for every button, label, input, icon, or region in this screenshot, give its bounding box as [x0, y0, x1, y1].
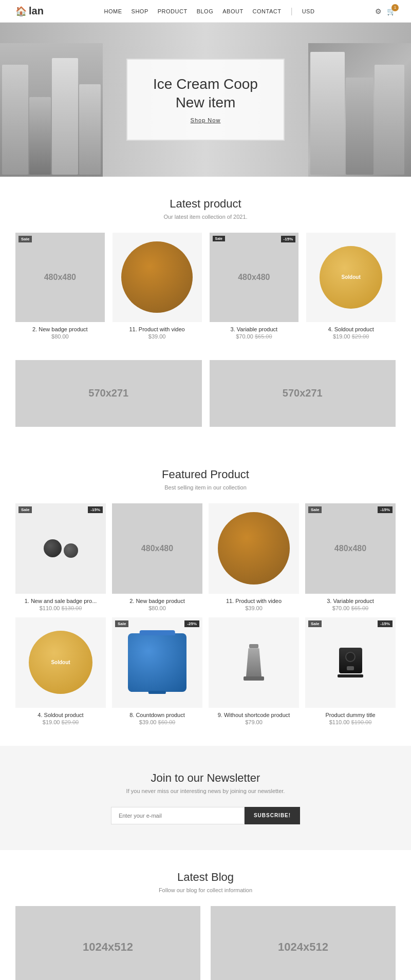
product-name: 2. New badge product [112, 598, 202, 604]
product-card[interactable]: Soldout 4. Soldout product $19.00 $29.00 [306, 233, 396, 340]
product-image [113, 233, 202, 322]
product-image: 480x480 [112, 503, 202, 594]
sale-badge: Sale [308, 620, 322, 627]
blog-post: 1024x512 The standard chunk of lorem ips… [211, 906, 396, 980]
newsletter-form: SUBSCRIBE! [15, 807, 396, 824]
currency-selector[interactable]: USD [302, 8, 315, 14]
newsletter-submit-button[interactable]: SUBSCRIBE! [245, 807, 300, 824]
product-price: $110.00 $190.00 [305, 719, 396, 725]
product-img-label: 480x480 [334, 544, 366, 553]
product-image: Sale -15% 480x480 [210, 233, 299, 322]
hero-section: Ice Cream Coop New item Shop Now [0, 23, 411, 177]
site-logo[interactable]: 🏠 lan [15, 5, 44, 17]
product-card[interactable]: Soldout 4. Soldout product $19.00 $29.00 [15, 617, 106, 725]
product-image: Sale 480x480 [15, 233, 105, 322]
bowl-icon [121, 241, 193, 313]
product-image: Sale -15% [15, 503, 106, 594]
product-card[interactable]: Sale -15% 1. New and sale badge pro... $… [15, 503, 106, 611]
nav-product[interactable]: PRODUCT [158, 8, 188, 14]
product-price: $80.00 [112, 605, 202, 611]
newsletter-title: Join to our Newsletter [15, 771, 396, 785]
site-header: 🏠 lan HOME SHOP PRODUCT BLOG ABOUT CONTA… [0, 0, 411, 23]
product-image: Soldout [15, 617, 106, 708]
price-current: $70.00 [332, 605, 351, 611]
price-old: $60.00 [158, 719, 176, 725]
product-name: 8. Countdown product [112, 712, 202, 718]
hero-title: Ice Cream Coop New item [153, 75, 258, 112]
hero-content: Ice Cream Coop New item Shop Now [126, 59, 285, 141]
sale-badge: Sale [115, 620, 128, 627]
featured-product-grid: Sale -15% 1. New and sale badge pro... $… [15, 503, 396, 725]
discount-badge: -25% [184, 620, 199, 627]
price-old: $29.00 [352, 333, 369, 340]
nav-shop[interactable]: SHOP [132, 8, 148, 14]
discount-badge: -15% [378, 620, 393, 627]
product-card[interactable]: Sale -25% 8. Countdown product $39.00 $6… [112, 617, 202, 725]
product-price: $39.00 $60.00 [112, 719, 202, 725]
price-current: $39.00 [139, 719, 158, 725]
product-name: Product dummy title [305, 712, 396, 718]
logo-icon: 🏠 [15, 6, 27, 17]
product-card[interactable]: 480x480 2. New badge product $80.00 [112, 503, 202, 611]
sale-badge: Sale [213, 236, 225, 241]
product-card[interactable]: 11. Product with video $39.00 [113, 233, 202, 340]
product-card[interactable]: 11. Product with video $39.00 [209, 503, 299, 611]
newsletter-section: Join to our Newsletter If you never miss… [0, 746, 411, 850]
discount-badge: -15% [281, 236, 296, 242]
product-name: 9. Without shortcode product [209, 712, 299, 718]
product-price: $70.00 $65.00 [210, 333, 299, 340]
banner-right[interactable]: 570x271 [210, 360, 396, 427]
product-card[interactable]: 9. Without shortcode product $79.00 [209, 617, 299, 725]
hero-cta[interactable]: Shop Now [191, 117, 221, 123]
product-name: 4. Soldout product [15, 712, 106, 718]
product-price: $79.00 [209, 719, 299, 725]
featured-product-title: Featured Product [15, 468, 396, 481]
product-name: 4. Soldout product [306, 326, 396, 332]
product-price: $70.00 $65.00 [305, 605, 396, 611]
blog-image[interactable]: 1024x512 [211, 906, 396, 980]
price-current: $110.00 [40, 605, 62, 611]
cart-icon[interactable]: 🛒 1 [387, 7, 396, 15]
price-old: $29.00 [62, 719, 79, 725]
nav-about[interactable]: ABOUT [222, 8, 243, 14]
newsletter-sub: If you never miss our interesting news b… [15, 788, 396, 794]
nav-blog[interactable]: BLOG [197, 8, 214, 14]
cart-badge: 1 [391, 4, 399, 11]
price-current: $110.00 [329, 719, 351, 725]
product-card[interactable]: Sale -15% Product dummy title $110.00 $1… [305, 617, 396, 725]
product-card[interactable]: Sale -15% 480x480 3. Variable product $7… [305, 503, 396, 611]
price-old: $190.00 [351, 719, 372, 725]
product-name: 11. Product with video [209, 598, 299, 604]
product-card[interactable]: Sale -15% 480x480 3. Variable product $7… [210, 233, 299, 340]
blog-grid: 1024x512 There are many variations of pa… [15, 906, 396, 980]
blog-section: Latest Blog Follow our blog for collect … [0, 850, 411, 980]
latest-product-title: Latest product [15, 197, 396, 211]
latest-product-grid: Sale 480x480 2. New badge product $80.00… [15, 233, 396, 340]
price-old: $65.00 [255, 333, 272, 340]
newsletter-email-input[interactable] [111, 807, 245, 824]
product-image: Sale -15% [305, 617, 396, 708]
product-price: $19.00 $29.00 [15, 719, 106, 725]
sale-badge: Sale [308, 506, 322, 513]
blender-icon [244, 644, 264, 681]
nav-contact[interactable]: CONTACT [253, 8, 282, 14]
product-image: Sale -15% 480x480 [305, 503, 396, 594]
banner-section: 570x271 570x271 [15, 360, 396, 427]
sale-badge: Sale [18, 236, 32, 242]
banner-left[interactable]: 570x271 [15, 360, 202, 427]
product-price: $80.00 [15, 333, 105, 340]
product-card[interactable]: Sale 480x480 2. New badge product $80.00 [15, 233, 105, 340]
product-name: 3. Variable product [305, 598, 396, 604]
product-image: Sale -25% [112, 617, 202, 708]
product-price: $19.00 $29.00 [306, 333, 396, 340]
header-actions: ⚙ 🛒 1 [375, 7, 396, 15]
price-old: $65.00 [351, 605, 369, 611]
featured-product-section: Featured Product Best selling item in ou… [0, 447, 411, 746]
featured-product-sub: Best selling item in our collection [15, 484, 396, 491]
nav-home[interactable]: HOME [104, 8, 122, 14]
main-nav: HOME SHOP PRODUCT BLOG ABOUT CONTACT | U… [104, 7, 315, 16]
product-image: Soldout [306, 233, 396, 322]
settings-icon[interactable]: ⚙ [375, 7, 382, 15]
blog-title: Latest Blog [15, 871, 396, 884]
blog-image[interactable]: 1024x512 [15, 906, 200, 980]
